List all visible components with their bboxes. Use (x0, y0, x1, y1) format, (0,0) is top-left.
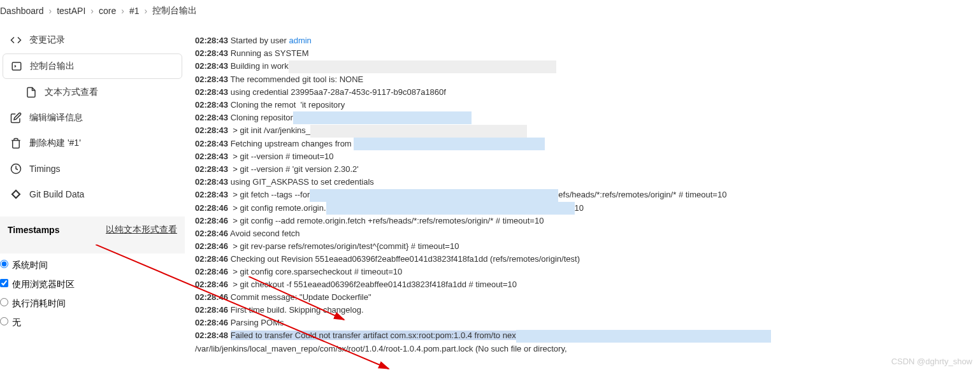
document-icon (25, 87, 37, 98)
console-line: 02:28:46 > git config core.sparsecheckou… (195, 266, 970, 278)
console-line: 02:28:43 > git init /var/jenkins_ (195, 124, 970, 138)
git-icon (10, 189, 22, 200)
console-line: 02:28:43 Building in work (195, 60, 970, 73)
chevron-right-icon: › (121, 6, 124, 16)
breadcrumb-dashboard[interactable]: Dashboard (0, 6, 44, 16)
console-line: 02:28:46 Commit message: "Update Dockerf… (195, 291, 970, 304)
radio-none[interactable] (0, 317, 8, 325)
console-line: /var/lib/jenkins/local_maven_repo/com/sx… (195, 343, 970, 355)
timestamps-panel: Timestamps 以纯文本形式查看 (0, 217, 185, 253)
console-line: 02:28:46 > git config --add remote.origi… (195, 215, 970, 227)
console-line: 02:28:43 > git --version # 'git version … (195, 163, 970, 176)
trash-icon (10, 138, 22, 149)
console-line: 02:28:43 > git --version # timeout=10 (195, 150, 970, 163)
sidebar-text-view[interactable]: 文本方式查看 (3, 80, 182, 104)
console-line: 02:28:46 First time build. Skipping chan… (195, 304, 970, 317)
breadcrumb-core[interactable]: core (99, 6, 116, 16)
sidebar-item-label: 删除构建 '#1' (29, 138, 81, 149)
console-line: 02:28:43 Running as SYSTEM (195, 47, 970, 60)
timestamps-title: Timestamps (8, 225, 59, 235)
console-line: 02:28:46 > git config remote.origin. 10 (195, 202, 970, 215)
chevron-right-icon: › (144, 6, 147, 16)
code-icon (10, 34, 22, 46)
breadcrumb-console[interactable]: 控制台输出 (152, 5, 197, 17)
sidebar-edit-build[interactable]: 编辑编译信息 (3, 106, 182, 130)
watermark: CSDN @dghrty_show (891, 357, 972, 366)
checkbox-browser-tz[interactable] (0, 279, 8, 287)
sidebar-git-build[interactable]: Git Build Data (3, 182, 182, 206)
sidebar-item-label: 文本方式查看 (45, 87, 98, 98)
console-line: 02:28:43 using credential 23995aa7-28a7-… (195, 86, 970, 99)
sidebar-changes[interactable]: 变更记录 (3, 28, 182, 52)
edit-icon (10, 112, 22, 124)
sidebar: 变更记录 控制台输出 文本方式查看 编辑编译信息 删除构建 '#1' (0, 22, 185, 368)
console-line: 02:28:43 Started by user admin (195, 34, 970, 47)
chevron-right-icon: › (90, 6, 94, 16)
terminal-icon (11, 60, 22, 72)
console-line: 02:28:43 The recommended git tool is: NO… (195, 73, 970, 86)
console-line: 02:28:43 using GIT_ASKPASS to set creden… (195, 176, 970, 189)
console-line: 02:28:43 > git fetch --tags --for efs/he… (195, 189, 970, 202)
sidebar-item-label: 编辑编译信息 (29, 112, 83, 124)
console-line: 02:28:46 Checking out Revision 551eaead0… (195, 253, 970, 266)
console-line: 02:28:46 > git rev-parse refs/remotes/or… (195, 240, 970, 253)
svg-rect-0 (12, 62, 21, 70)
sidebar-timings[interactable]: Timings (3, 157, 182, 181)
radio-exec-time[interactable] (0, 298, 8, 306)
sidebar-item-label: Git Build Data (29, 189, 84, 199)
sidebar-delete-build[interactable]: 删除构建 '#1' (3, 131, 182, 155)
timestamps-plain-link[interactable]: 以纯文本形式查看 (106, 224, 177, 236)
console-line: 02:28:43 Cloning the remot 'it repositor… (195, 99, 970, 111)
timestamps-options: 系统时间 使用浏览器时区 执行消耗时间 无 (0, 253, 185, 335)
console-line: 02:28:43 Cloning repositor (195, 111, 970, 125)
sidebar-item-label: 变更记录 (29, 34, 65, 46)
chevron-right-icon: › (49, 6, 52, 16)
sidebar-item-label: 控制台输出 (30, 60, 75, 72)
breadcrumb: Dashboard › testAPI › core › #1 › 控制台输出 (0, 0, 980, 22)
console-content: 02:28:43 Started by user admin02:28:43 R… (185, 22, 980, 368)
sidebar-item-label: Timings (29, 164, 61, 174)
breadcrumb-testapi[interactable]: testAPI (57, 6, 85, 16)
console-line: 02:28:48 Failed to transfer Could not tr… (195, 329, 970, 343)
console-line: 02:28:43 Fetching upstream changes from (195, 138, 970, 151)
clock-icon (10, 163, 22, 174)
console-line: 02:28:46 > git checkout -f 551eaead06396… (195, 278, 970, 291)
console-output: 02:28:43 Started by user admin02:28:43 R… (195, 34, 970, 355)
console-line: 02:28:46 Avoid second fetch (195, 227, 970, 240)
radio-system-time[interactable] (0, 260, 8, 268)
console-line: 02:28:46 Parsing POMs (195, 317, 970, 329)
sidebar-console[interactable]: 控制台输出 (3, 53, 182, 79)
breadcrumb-build[interactable]: #1 (129, 6, 140, 16)
